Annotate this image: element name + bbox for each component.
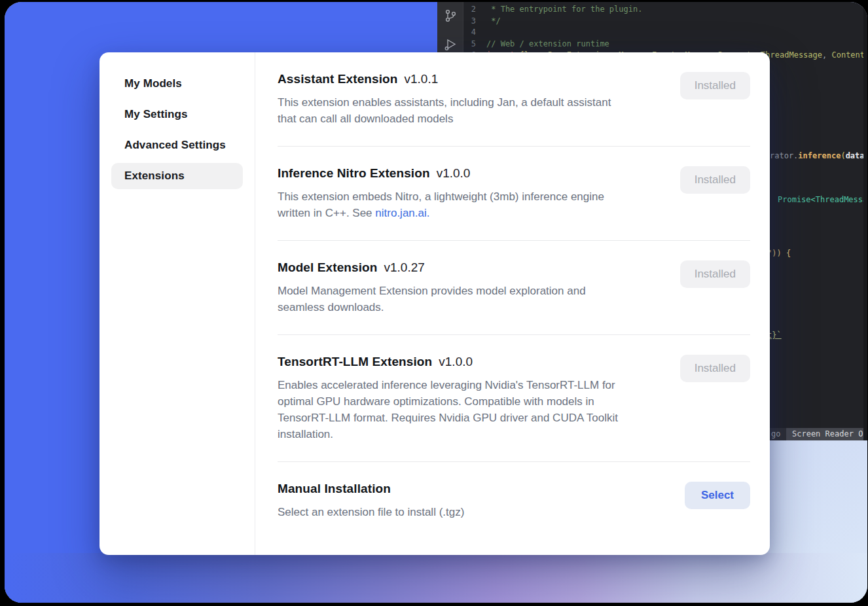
code-token: data <box>846 151 865 160</box>
extension-action-button[interactable]: Select <box>685 482 750 509</box>
extension-action-button[interactable]: Installed <box>680 355 750 382</box>
line-number: 2 <box>464 4 486 16</box>
source-control-icon[interactable] <box>443 9 458 23</box>
settings-sidebar: My Models My Settings Advanced Settings … <box>99 52 255 555</box>
code-token: ")) { <box>767 249 791 258</box>
code-token: // Web / extension runtime <box>486 39 609 50</box>
sidebar-nav-item[interactable]: Advanced Settings <box>111 132 243 158</box>
extension-title: Assistant Extension <box>278 72 398 86</box>
code-fragment: rator.inference(data)); <box>770 151 867 161</box>
extension-description: This extension enables assistants, inclu… <box>278 94 680 127</box>
code-fragment: ")) { <box>767 248 791 258</box>
code-token: , <box>822 50 831 62</box>
code-token: )) <box>865 151 867 160</box>
nav-item-label: Advanced Settings <box>124 139 226 151</box>
extension-description: This extension embeds Nitro, a lightweig… <box>278 188 680 221</box>
app-window: 2 * The entrypoint for the plugin.3 */45… <box>5 2 867 603</box>
code-fragment: Promise<ThreadMessage> <box>778 194 867 205</box>
extension-version: v1.0.27 <box>384 260 424 275</box>
nav-item-label: My Models <box>124 77 182 90</box>
extension-action-button[interactable]: Installed <box>680 166 750 194</box>
code-token: Promise<ThreadMessage> <box>778 195 867 204</box>
extension-section: Assistant Extension v1.0.1 This extensio… <box>255 52 770 127</box>
code-token: rator. <box>770 151 798 160</box>
extension-description: Enables accelerated inference leveraging… <box>278 377 680 442</box>
extension-action-button[interactable]: Installed <box>680 260 750 288</box>
sidebar-nav-item[interactable]: My Settings <box>111 101 243 128</box>
extension-version: v1.0.0 <box>437 166 471 181</box>
code-line: 5// Web / extension runtime <box>464 39 862 50</box>
nav-item-label: Extensions <box>124 169 185 182</box>
extension-section: Manual Installation Select an extension … <box>255 462 770 520</box>
code-token: ThreadMessage <box>761 50 822 62</box>
code-token: */ <box>486 16 501 27</box>
line-number: 3 <box>464 16 486 27</box>
extension-version: v1.0.0 <box>439 355 473 369</box>
gradient-strip <box>5 553 867 603</box>
sidebar-nav-item[interactable]: Extensions <box>111 163 243 189</box>
extension-title: Manual Installation <box>278 482 391 496</box>
code-token: inference <box>798 151 841 160</box>
extension-action-button[interactable]: Installed <box>680 72 750 99</box>
line-number: 4 <box>464 27 486 39</box>
run-debug-icon[interactable] <box>443 37 458 52</box>
code-line: 4 <box>464 27 862 39</box>
extension-section: TensortRT-LLM Extension v1.0.0 Enables a… <box>255 335 770 442</box>
extension-title: Inference Nitro Extension <box>278 166 430 181</box>
code-line: 3 */ <box>464 16 862 27</box>
extension-title: Model Extension <box>278 260 377 275</box>
extension-link[interactable]: nitro.jan.ai. <box>375 207 429 219</box>
line-number: 5 <box>464 39 486 50</box>
sidebar-nav-item[interactable]: My Models <box>111 71 243 97</box>
settings-modal: My Models My Settings Advanced Settings … <box>99 52 770 555</box>
extension-section: Model Extension v1.0.27 Model Management… <box>255 241 770 315</box>
extension-section: Inference Nitro Extension v1.0.0 This ex… <box>255 147 770 221</box>
extension-description: Select an extension file to install (.tg… <box>278 504 685 520</box>
nav-item-label: My Settings <box>124 108 188 120</box>
code-token: ( <box>841 151 845 160</box>
extension-version: v1.0.1 <box>405 72 439 86</box>
extensions-list: Assistant Extension v1.0.1 This extensio… <box>255 52 770 555</box>
code-token: * The entrypoint for the plugin. <box>486 4 642 16</box>
extension-title: TensortRT-LLM Extension <box>278 355 432 369</box>
status-text-fragment: go <box>771 428 780 440</box>
screen-reader-status-item[interactable]: Screen Reader Optimized <box>786 428 867 440</box>
extension-description: Model Management Extension provides mode… <box>278 283 680 315</box>
code-line: 2 * The entrypoint for the plugin. <box>464 4 862 16</box>
code-token: ContentType <box>831 50 867 62</box>
